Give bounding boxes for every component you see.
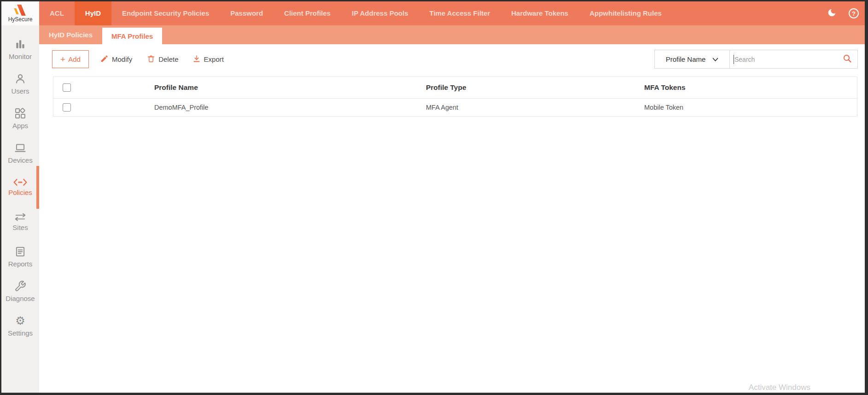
wrench-icon xyxy=(14,280,26,292)
profiles-table: Profile Name Profile Type MFA Tokens Dem… xyxy=(53,77,857,117)
pencil-icon xyxy=(100,54,109,65)
activate-windows-watermark: Activate Windows xyxy=(749,383,810,392)
nav-item-hardware-tokens[interactable]: Hardware Tokens xyxy=(501,1,579,25)
sidebar-item-diagnose[interactable]: Diagnose xyxy=(1,274,39,308)
tab-hyid-policies[interactable]: HyID Policies xyxy=(39,25,102,44)
delete-button[interactable]: Delete xyxy=(147,54,178,65)
dark-mode-moon-icon[interactable] xyxy=(827,8,837,19)
hysecure-slash-logo-icon xyxy=(13,5,27,16)
apps-grid-icon xyxy=(14,107,26,119)
search-filter-group: Profile Name xyxy=(654,50,858,69)
sidebar-item-label: Diagnose xyxy=(6,295,35,302)
select-all-cell xyxy=(53,83,154,92)
sidebar-item-users[interactable]: Users xyxy=(1,66,39,101)
laptop-icon xyxy=(14,142,27,154)
cell-profile-name: DemoMFA_Profile xyxy=(154,104,426,111)
sidebar-item-monitor[interactable]: Monitor xyxy=(1,32,39,66)
select-all-checkbox[interactable] xyxy=(63,83,71,92)
search-field-select[interactable]: Profile Name xyxy=(655,50,730,68)
sidebar-item-settings[interactable]: ⚙ Settings xyxy=(1,308,39,343)
search-field-select-value: Profile Name xyxy=(666,55,706,63)
table-header-row: Profile Name Profile Type MFA Tokens xyxy=(53,77,857,99)
sidebar-item-label: Devices xyxy=(8,156,32,164)
sidebar-item-sites[interactable]: Sites xyxy=(1,205,39,239)
trash-icon xyxy=(147,54,155,65)
sidebar-item-reports[interactable]: Reports xyxy=(1,239,39,274)
nav-item-acl[interactable]: ACL xyxy=(39,1,75,25)
content-area: + Add Modify Delete xyxy=(39,44,865,393)
add-button-label: Add xyxy=(68,55,81,63)
nav-item-password[interactable]: Password xyxy=(220,1,274,25)
cell-profile-type: MFA Agent xyxy=(426,104,644,111)
search-input-wrap xyxy=(730,50,857,68)
plus-icon: + xyxy=(60,55,65,64)
sidebar-items: Monitor Users Apps Devices xyxy=(1,25,39,343)
sidebar-item-label: Reports xyxy=(8,260,33,268)
nav-item-client-profiles[interactable]: Client Profiles xyxy=(274,1,341,25)
sidebar-item-label: Policies xyxy=(8,189,32,196)
delete-button-label: Delete xyxy=(158,55,178,63)
brand-name: HySecure xyxy=(8,16,33,23)
sidebar-item-label: Monitor xyxy=(9,53,32,60)
sidebar-item-label: Sites xyxy=(12,224,28,231)
sub-tab-bar: HyID Policies MFA Profiles xyxy=(39,25,865,44)
sidebar-item-apps[interactable]: Apps xyxy=(1,101,39,136)
nav-item-endpoint-security-policies[interactable]: Endpoint Security Policies xyxy=(111,1,220,25)
bar-chart-icon xyxy=(14,38,26,50)
app-window: HySecure Monitor Users Apps xyxy=(0,0,868,395)
column-header-mfa-tokens: MFA Tokens xyxy=(644,83,857,92)
search-input[interactable] xyxy=(734,56,843,63)
sidebar-item-policies[interactable]: Policies xyxy=(1,170,39,205)
export-button-label: Export xyxy=(204,55,224,63)
nav-item-hyid[interactable]: HyID xyxy=(75,1,111,25)
add-button[interactable]: + Add xyxy=(52,50,89,68)
sidebar-item-label: Apps xyxy=(12,122,28,130)
table-row[interactable]: DemoMFA_Profile MFA Agent Mobile Token xyxy=(53,99,857,116)
nav-item-appwhitelisting-rules[interactable]: Appwhitelisting Rules xyxy=(579,1,672,25)
user-icon xyxy=(14,73,26,85)
chevron-down-icon xyxy=(712,55,718,63)
nav-right-icons: ? xyxy=(827,1,865,25)
column-header-profile-type: Profile Type xyxy=(426,83,644,92)
nav-item-ip-address-pools[interactable]: IP Address Pools xyxy=(341,1,419,25)
download-icon xyxy=(192,54,201,65)
gear-icon: ⚙ xyxy=(15,315,25,327)
nav-item-time-access-filter[interactable]: Time Access Filter xyxy=(419,1,501,25)
column-header-profile-name: Profile Name xyxy=(154,83,426,92)
modify-button-label: Modify xyxy=(112,55,132,63)
row-checkbox-cell xyxy=(53,103,154,112)
top-navigation: ACL HyID Endpoint Security Policies Pass… xyxy=(39,1,865,25)
toolbar: + Add Modify Delete xyxy=(52,50,858,69)
search-icon[interactable] xyxy=(843,54,852,65)
sidebar-item-label: Users xyxy=(11,87,29,95)
export-button[interactable]: Export xyxy=(192,54,224,65)
tab-mfa-profiles[interactable]: MFA Profiles xyxy=(102,28,162,44)
row-checkbox[interactable] xyxy=(63,103,71,112)
main-area: ACL HyID Endpoint Security Policies Pass… xyxy=(39,1,865,393)
brand-logo[interactable]: HySecure xyxy=(1,1,39,25)
code-brackets-icon xyxy=(13,178,27,186)
sidebar-item-label: Settings xyxy=(8,329,33,337)
cell-mfa-tokens: Mobile Token xyxy=(644,104,857,111)
help-icon[interactable]: ? xyxy=(849,8,859,18)
report-document-icon xyxy=(14,246,26,258)
swap-arrows-icon xyxy=(14,213,26,221)
sidebar: HySecure Monitor Users Apps xyxy=(1,1,39,393)
sidebar-item-devices[interactable]: Devices xyxy=(1,136,39,170)
modify-button[interactable]: Modify xyxy=(100,54,132,65)
